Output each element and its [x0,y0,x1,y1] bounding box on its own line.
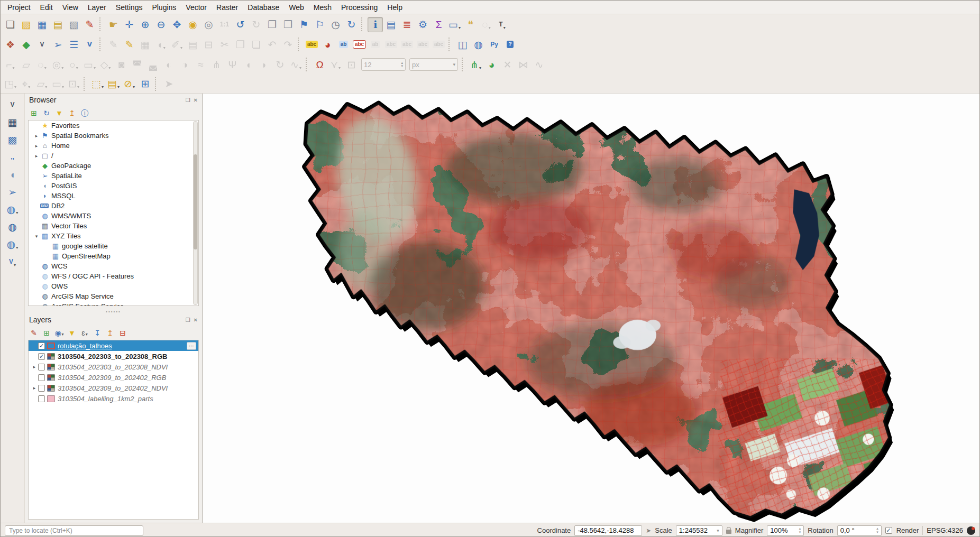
browser-item-spatial-bookmarks[interactable]: ▸⚑Spatial Bookmarks [29,131,198,141]
new-shapefile-layer-button[interactable]: V [34,37,50,52]
browser-collapse-all-button[interactable]: ↥ [66,107,78,119]
add-vector-layer-button[interactable]: V [5,97,21,113]
coordinate-value-box[interactable]: -48.5642,-18.4288 [574,525,642,536]
menu-item-edit[interactable]: Edit [35,2,58,13]
menu-item-web[interactable]: Web [284,2,309,13]
browser-item-mssql[interactable]: ◗MSSQL [29,191,198,201]
layer-item[interactable]: 3103504_labelling_1km2_parts [29,393,198,404]
expander-icon[interactable]: ▸ [31,385,38,391]
layer-diagram-button[interactable]: ◕ [320,37,335,52]
browser-item-google-satellite[interactable]: ▦google satellite [29,241,198,251]
menu-item-plugins[interactable]: Plugins [147,2,181,13]
show-layout-manager-button[interactable]: ▧ [66,17,81,32]
refresh-map-button[interactable]: ↻ [344,17,359,32]
new-mesh-layer-button[interactable]: ☰ [66,37,81,52]
enable-snapping-button[interactable]: Ω [312,57,327,72]
deselect-features-button[interactable]: ⊘▾ [122,76,137,91]
pin-labels-button[interactable]: ab [336,37,351,52]
layer-item[interactable]: 3103504_202309_to_202402_RGB [29,372,198,383]
new-project-button[interactable]: ❏ [3,17,18,32]
layer-visibility-checkbox[interactable] [38,364,45,371]
extent-toggle-icon[interactable]: ➤ [646,527,651,534]
browser-item-db2[interactable]: DB2DB2 [29,201,198,211]
text-annotation-button[interactable]: T▾ [494,17,510,32]
filter-legend-button[interactable]: ▼ [66,327,78,339]
panel-splitter[interactable]: •••••• [25,309,202,313]
zoom-full-button[interactable]: ✥ [169,17,185,32]
add-mesh-layer-button[interactable]: ▩ [5,132,21,147]
layer-item[interactable]: ✓3103504_202303_to_202308_RGB [29,351,198,362]
data-source-manager-button[interactable]: ❖ [3,37,18,52]
browser-filter-button[interactable]: ▼ [53,107,65,119]
browser-item-home[interactable]: ▸⌂Home [29,141,198,151]
statistical-summary-button[interactable]: ≣ [399,17,415,32]
lock-scale-icon[interactable] [726,530,731,534]
help-contents-button[interactable]: ? [502,37,518,52]
browser-item-favorites[interactable]: ★Favorites [29,121,198,131]
spin-arrows-icon[interactable]: ▴▾ [799,527,801,534]
save-project-button[interactable]: ▦ [34,17,50,32]
zoom-to-layer-button[interactable]: ◎ [201,17,216,32]
menu-item-help[interactable]: Help [382,2,407,13]
add-group-button[interactable]: ⊞ [41,327,52,339]
new-geopackage-layer-button[interactable]: ◆ [19,37,34,52]
toggle-editing-button[interactable]: ✎ [122,37,137,52]
browser-item-arcgis-feature-service[interactable]: ◍ArcGIS Feature Service [29,301,198,306]
map-canvas[interactable] [202,94,979,523]
show-sum-features-button[interactable]: Σ [431,17,446,32]
menu-item-view[interactable]: View [58,2,83,13]
pan-to-selection-button[interactable]: ✛ [122,17,137,32]
metasearch-button[interactable]: ◍ [471,37,486,52]
new-spatial-bookmark-button[interactable]: ⚑ [296,17,312,32]
new-3d-map-view-button[interactable]: ❒ [280,17,296,32]
zoom-last-button[interactable]: ↺ [233,17,248,32]
browser-item-vector-tiles[interactable]: ▦Vector Tiles [29,221,198,231]
menu-item-processing[interactable]: Processing [336,2,382,13]
processing-toolbox-button[interactable]: ⚙ [415,17,431,32]
menu-item-database[interactable]: Database [243,2,284,13]
add-wcs-layer-button[interactable]: ◍ [5,219,21,235]
layer-visibility-checkbox[interactable] [38,385,45,392]
layer-visibility-checkbox[interactable] [38,395,45,402]
browser-scrollbar[interactable] [193,121,198,305]
temporal-controller-button[interactable]: ◷ [328,17,343,32]
expander-icon[interactable]: ▸ [33,133,40,138]
zoom-in-button[interactable]: ⊕ [138,17,153,32]
checkbox-checked-icon[interactable]: ✓ [885,527,892,534]
show-spatial-bookmarks-button[interactable]: ⚐ [312,17,327,32]
select-by-location-button[interactable]: ⊞ [138,76,153,91]
expander-icon[interactable]: ▸ [33,143,40,149]
browser-refresh-button[interactable]: ↻ [41,107,52,119]
db-manager-button[interactable]: ◫ [455,37,470,52]
browser-item-ows[interactable]: ◍OWS [29,281,198,291]
zoom-out-button[interactable]: ⊖ [153,17,169,32]
layers-float-button[interactable]: ❐ [186,317,190,323]
menu-item-mesh[interactable]: Mesh [309,2,336,13]
snap-on-intersection-button[interactable]: ◕ [484,57,499,72]
menu-item-vector[interactable]: Vector [181,2,212,13]
add-postgis-layer-button[interactable]: ◖ [5,166,21,182]
menu-item-raster[interactable]: Raster [212,2,243,13]
pan-map-button[interactable]: ☛ [106,17,121,32]
layer-edit-widget-button[interactable]: ⋯ [187,342,196,350]
browser-item-wfs-ogc-api-features[interactable]: ◍WFS / OGC API - Features [29,271,198,281]
new-map-view-button[interactable]: ❐ [264,17,280,32]
browser-item-arcgis-map-service[interactable]: ◍ArcGIS Map Service [29,291,198,301]
menu-item-project[interactable]: Project [3,2,35,13]
open-project-button[interactable]: ▨ [19,17,34,32]
enable-tracing-button[interactable]: ⋔▾ [468,57,483,72]
browser-item-postgis[interactable]: ◖PostGIS [29,181,198,191]
manage-map-themes-button[interactable]: ◉▾ [53,327,65,339]
remove-layer-button[interactable]: ⊟ [117,327,129,339]
scale-combo[interactable]: 1:245532▾ [676,525,722,536]
new-print-layout-button[interactable]: ▤ [50,17,66,32]
add-xyz-layer-button[interactable]: V▾ [5,254,21,270]
layer-item[interactable]: ▸3103504_202303_to_202308_NDVI [29,362,198,372]
layers-close-button[interactable]: ✕ [194,317,198,323]
highlight-pinned-labels-button[interactable]: abc [352,37,367,52]
zoom-to-selection-button[interactable]: ◉ [185,17,200,32]
identify-features-button[interactable]: ℹ [368,17,383,32]
layer-labeling-button[interactable]: abc [304,37,319,52]
crs-indicator[interactable]: EPSG:4326 [927,526,963,534]
expander-icon[interactable]: ▸ [31,364,38,369]
